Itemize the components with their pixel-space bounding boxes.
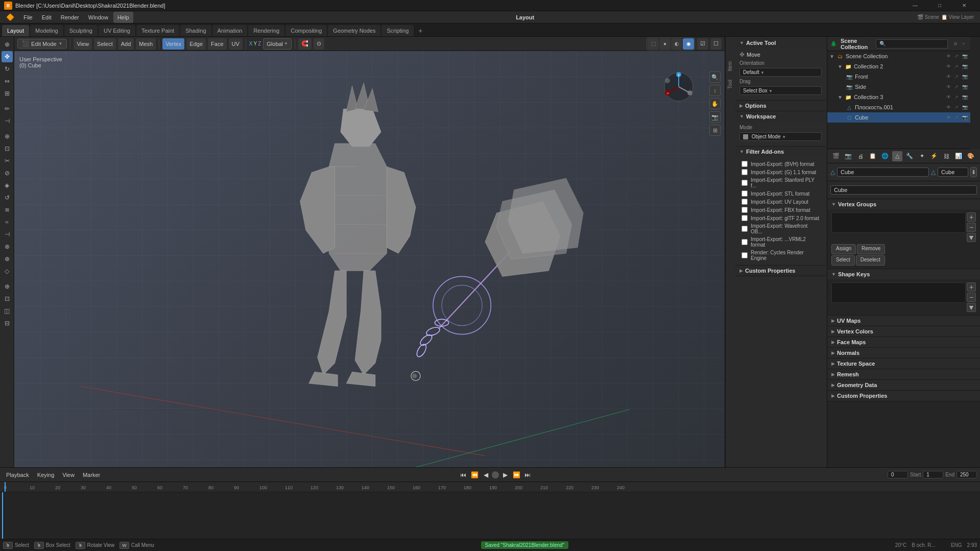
close-button[interactable]: ✕ xyxy=(952,0,976,11)
tab-rendering[interactable]: Rendering xyxy=(248,25,284,36)
c3-eye-btn[interactable]: 👁 xyxy=(945,93,952,101)
vg-select-btn[interactable]: Select xyxy=(831,255,855,266)
select-menu-btn[interactable]: Select xyxy=(94,38,116,50)
addon-stl[interactable]: Import-Export: STL format xyxy=(739,189,822,198)
wireframe-shading[interactable]: ⬚ xyxy=(648,38,659,50)
addon-fbx[interactable]: Import-Export: FBX format xyxy=(739,206,822,214)
tab-texture-paint[interactable]: Texture Paint xyxy=(136,25,179,36)
view-tl-menu[interactable]: View xyxy=(59,470,78,480)
world-prop-icon[interactable]: 🌐 xyxy=(880,151,890,161)
view-menu-btn[interactable]: View xyxy=(74,38,92,50)
outliner-add-btn[interactable]: + xyxy=(960,40,967,47)
sc-render-btn[interactable]: 📷 xyxy=(961,53,968,60)
knife-tool[interactable]: ✂ xyxy=(2,155,13,166)
addon-g11[interactable]: Import-Export: (G) 1.1 format xyxy=(739,168,822,176)
data-prop-icon[interactable]: 📊 xyxy=(953,151,964,161)
measure-tool[interactable]: ⊣ xyxy=(2,115,13,127)
addon-bvh-check[interactable] xyxy=(742,161,748,167)
addon-vrml-check[interactable] xyxy=(742,239,748,245)
randomize-tool[interactable]: ≈ xyxy=(2,217,13,228)
s-sel-btn[interactable]: ↗ xyxy=(953,83,960,90)
vertex-colors-header[interactable]: ▶ Vertex Colors xyxy=(827,326,980,337)
physics-prop-icon[interactable]: ⚡ xyxy=(929,151,939,161)
smooth-tool[interactable]: ≋ xyxy=(2,204,13,215)
vg-remove-btn[interactable]: Remove xyxy=(857,244,885,254)
jump-start-btn[interactable]: ⏮ xyxy=(458,470,468,480)
material-prop-icon[interactable]: 🎨 xyxy=(966,151,976,161)
jump-end-btn[interactable]: ⏭ xyxy=(522,470,533,480)
f-eye-btn[interactable]: 👁 xyxy=(945,73,952,80)
render-prop-icon[interactable]: 📷 xyxy=(843,151,853,161)
help-menu[interactable]: Help xyxy=(113,12,133,23)
vertex-groups-header[interactable]: ▼ Vertex Groups xyxy=(827,199,980,209)
tab-compositing[interactable]: Compositing xyxy=(285,25,327,36)
constraints-prop-icon[interactable]: ⛓ xyxy=(941,151,951,161)
shape-keys-header[interactable]: ▼ Shape Keys xyxy=(827,269,980,279)
scale-tool[interactable]: ⇔ xyxy=(2,76,13,87)
view-grid-tool[interactable]: ⊞ xyxy=(709,125,721,136)
addon-bvh[interactable]: Import-Export: (BVH) format xyxy=(739,160,822,168)
f-render-btn[interactable]: 📷 xyxy=(961,73,968,80)
current-frame-field[interactable]: 0 xyxy=(888,471,908,478)
addon-uv[interactable]: Import-Export: UV Layout xyxy=(739,198,822,206)
snap-btn[interactable]: 🧲 xyxy=(298,38,312,50)
p-sel-btn[interactable]: ↗ xyxy=(953,104,960,111)
object-name-field[interactable] xyxy=(837,167,929,177)
face-maps-header[interactable]: ▶ Face Maps xyxy=(827,337,980,347)
outliner-plane-001[interactable]: △ Плоскость.001 👁 ↗ 📷 xyxy=(827,102,970,112)
add-sk-btn[interactable]: + xyxy=(967,282,976,292)
mesh-data-name[interactable] xyxy=(830,185,977,195)
outliner-collection-2[interactable]: ▼ 📁 Collection 2 👁 ↗ 📷 xyxy=(827,61,970,71)
c2-sel-btn[interactable]: ↗ xyxy=(953,63,960,70)
timeline-track[interactable] xyxy=(0,492,980,539)
cub-sel-btn[interactable]: ↗ xyxy=(953,114,960,121)
n-panel-item-tab[interactable]: Item xyxy=(726,57,734,75)
keying-menu[interactable]: Keying xyxy=(34,470,58,480)
render-menu[interactable]: Render xyxy=(57,12,83,23)
s-eye-btn[interactable]: 👁 xyxy=(945,83,952,90)
uv-mode-btn[interactable]: UV xyxy=(229,38,243,50)
custom-props-header[interactable]: ▶ Custom Properties xyxy=(735,266,826,276)
c2-eye-btn[interactable]: 👁 xyxy=(945,63,952,70)
addon-ply[interactable]: Import-Export: Stanford PLY f... xyxy=(739,176,822,189)
outliner-filter-btn[interactable]: ⚙ xyxy=(952,40,959,47)
uv-maps-header[interactable]: ▶ UV Maps xyxy=(827,316,980,326)
addon-gltf-check[interactable] xyxy=(742,215,748,221)
edge-slide-tool[interactable]: ⊣ xyxy=(2,229,13,240)
n-panel-tool-tab[interactable]: Tool xyxy=(726,76,734,93)
overlay-btn[interactable]: ☑ xyxy=(697,38,708,50)
addon-cycles-check[interactable] xyxy=(742,252,748,258)
addon-ply-check[interactable] xyxy=(742,180,748,186)
addon-fbx-check[interactable] xyxy=(742,207,748,213)
view-rotate-tool[interactable]: ↕ xyxy=(709,85,721,96)
extrude-tool[interactable]: ⊕ xyxy=(2,281,13,292)
edit-menu[interactable]: Edit xyxy=(38,12,56,23)
remove-vg-btn[interactable]: − xyxy=(967,223,976,232)
bevel-tool[interactable]: ◫ xyxy=(2,305,13,317)
viewport-canvas[interactable]: User Perspective (0) Cube xyxy=(14,51,725,467)
addon-g11-check[interactable] xyxy=(742,169,748,175)
sc-cursor-btn[interactable]: ↗ xyxy=(953,53,960,60)
spin-tool[interactable]: ↺ xyxy=(2,192,13,203)
cub-eye-btn[interactable]: 👁 xyxy=(945,114,952,121)
addon-vrml[interactable]: Import-Export: ...VRML2 format xyxy=(739,235,822,249)
transform-tool[interactable]: ⊞ xyxy=(2,88,13,99)
cub-render-btn[interactable]: 📷 xyxy=(961,114,968,121)
view-pan-tool[interactable]: ✋ xyxy=(709,98,721,109)
bisect-tool[interactable]: ⊘ xyxy=(2,167,13,179)
p-eye-btn[interactable]: 👁 xyxy=(945,104,952,111)
blender-menu[interactable]: 🔶 xyxy=(2,12,18,23)
playback-menu[interactable]: Playback xyxy=(3,470,32,480)
vg-assign-btn[interactable]: Assign xyxy=(831,244,856,254)
view-camera-tool[interactable]: 📷 xyxy=(709,111,721,123)
tab-animation[interactable]: Animation xyxy=(212,25,248,36)
tab-scripting[interactable]: Scripting xyxy=(381,25,414,36)
normals-header[interactable]: ▶ Normals xyxy=(827,348,980,358)
prev-keyframe-btn[interactable]: ⏪ xyxy=(469,470,480,480)
tab-uv-editing[interactable]: UV Editing xyxy=(99,25,135,36)
sk-menu-btn[interactable]: ▼ xyxy=(967,303,976,312)
material-shading[interactable]: ◐ xyxy=(671,38,682,50)
outliner-side-camera[interactable]: 📷 Side 👁 ↗ 📷 xyxy=(827,82,970,92)
addon-stl-check[interactable] xyxy=(742,190,748,197)
object-data-icon[interactable]: △ xyxy=(892,151,902,161)
